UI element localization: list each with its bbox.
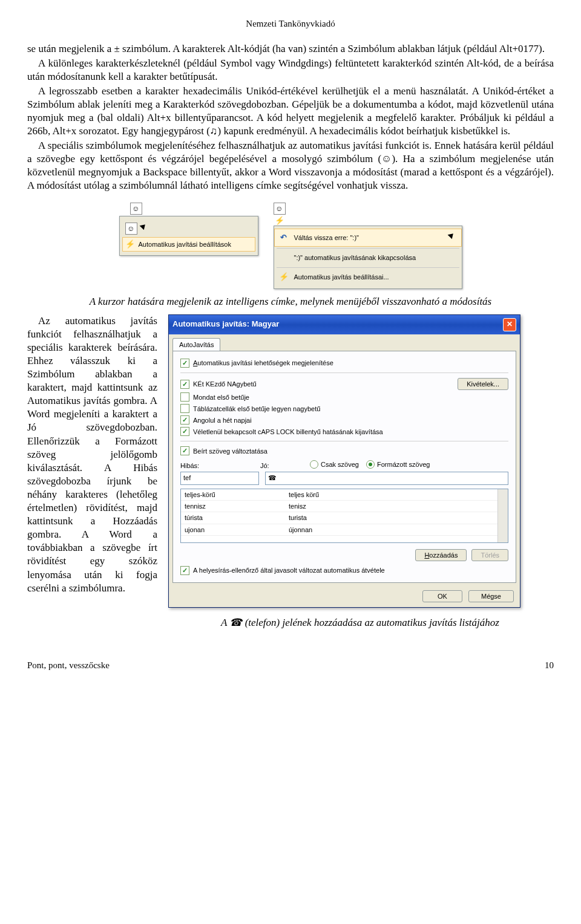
doc-header: Nemzeti Tankönyvkiadó [27, 18, 554, 30]
checkbox-label: Véletlenül bekapcsolt cAPS LOCK billenty… [193, 428, 383, 436]
paragraph-1: se után megjelenik a ± szimbólum. A kara… [27, 42, 554, 56]
lightning-icon: ⚡ [278, 273, 289, 282]
list-cell: túrista [181, 512, 285, 523]
undo-menu-item[interactable]: ↶ Váltás vissza erre: ":)" [274, 229, 462, 247]
radio-formatted[interactable]: Formázott szöveg [366, 459, 430, 470]
page-number: 10 [545, 660, 554, 672]
smarttag-panel-right: ↶ Váltás vissza erre: ":)" ":)" automati… [274, 226, 462, 288]
field-label-hibas: Hibás: [180, 461, 253, 470]
checkbox-label: Mondat első betűje [193, 393, 249, 402]
checkbox-icon [180, 427, 189, 436]
list-cell: teljes-körű [181, 489, 285, 500]
checkbox-icon [180, 446, 189, 455]
scrollbar[interactable] [497, 489, 508, 542]
checkbox-label: A helyesírás-ellenőrző által javasolt vá… [193, 566, 385, 574]
paragraph-3: A legrosszabb esetben a karakter hexadec… [27, 85, 554, 138]
checkbox-label: AAutomatikus javítási lehetőségek megjel… [193, 359, 333, 367]
exceptions-button[interactable]: Kivételek... [458, 378, 508, 390]
checkbox-icon [180, 392, 189, 402]
smarttag-figure: ☺ ☺ ⚡ Automatikus javítási beállítások ☺… [27, 201, 554, 289]
footer-left: Pont, pont, vesszőcske [27, 660, 110, 672]
checkbox-two-caps[interactable]: KÉt KEzdő NAgybetű Kivételek... [180, 377, 508, 391]
radio-label: Formázott szöveg [377, 460, 430, 469]
checkbox-icon [180, 404, 189, 413]
page-footer: Pont, pont, vesszőcske 10 [27, 660, 554, 672]
hibas-input[interactable]: tef [180, 472, 259, 485]
figure-caption-2: A ☎ (telefon) jelének hozzáadása az auto… [166, 616, 554, 630]
smiley-icon: ☺ [125, 223, 137, 235]
cursor-icon [141, 223, 149, 234]
smiley-icon: ☺ [274, 203, 286, 215]
jo-input[interactable]: ☎ [265, 472, 508, 485]
replace-listbox[interactable]: teljes-körűteljes körű tennisztenisz túr… [180, 489, 508, 543]
field-label-jo: Jó: [260, 461, 303, 470]
undo-icon: ↶ [278, 233, 289, 242]
checkbox-icon [180, 566, 189, 575]
list-cell: teljes körű [285, 489, 497, 500]
radio-text-only[interactable]: Csak szöveg [310, 459, 359, 470]
checkbox-capslock[interactable]: Véletlenül bekapcsolt cAPS LOCK billenty… [180, 426, 508, 437]
menu-label: Automatikus javítási beállítások [139, 240, 231, 249]
checkbox-show-options[interactable]: AAutomatikus javítási lehetőségek megjel… [180, 357, 508, 369]
checkbox-sentence-first[interactable]: Mondat első betűje [180, 391, 508, 403]
checkbox-replace-text[interactable]: Beírt szöveg változtatása [180, 445, 508, 457]
list-cell: turista [285, 512, 497, 523]
menu-label: ":)" automatikus javításának kikapcsolás… [294, 253, 416, 262]
disable-autocorrect-item[interactable]: ":)" automatikus javításának kikapcsolás… [274, 250, 462, 265]
checkbox-icon [180, 380, 189, 389]
menu-label: Automatikus javítás beállításai... [294, 273, 389, 281]
checkbox-label: Beírt szöveg változtatása [193, 447, 268, 455]
checkbox-weekdays[interactable]: Angolul a hét napjai [180, 414, 508, 426]
dialog-title: Automatikus javítás: Magyar [172, 319, 279, 330]
dialog-titlebar[interactable]: Automatikus javítás: Magyar ✕ [169, 315, 520, 334]
smiley-icon: ☺ [130, 203, 142, 215]
list-cell: újonnan [285, 524, 497, 535]
checkbox-spellcheck-auto[interactable]: A helyesírás-ellenőrző által javasolt vá… [180, 565, 508, 576]
cursor-icon [449, 232, 458, 243]
cancel-button[interactable]: Mégse [468, 590, 514, 602]
autocorrect-settings-item[interactable]: ⚡ Automatikus javítás beállításai... [274, 269, 462, 286]
tab-autojavitas[interactable]: AutoJavítás [172, 338, 220, 351]
autocorrect-dialog: Automatikus javítás: Magyar ✕ AutoJavítá… [168, 314, 520, 608]
checkbox-table-caps[interactable]: Táblázatcellák első betűje legyen nagybe… [180, 403, 508, 414]
paragraph-5: Az automatikus javítás funkciót felhaszn… [27, 314, 157, 595]
checkbox-icon [180, 415, 189, 425]
add-button[interactable]: HHozzáadásozzáadás [415, 549, 467, 561]
checkbox-icon [180, 359, 189, 368]
smarttag-panel-left: ☺ ⚡ Automatikus javítási beállítások [119, 216, 258, 256]
lightning-icon: ⚡ [125, 239, 135, 249]
lightning-icon: ⚡ [275, 216, 284, 226]
checkbox-label: Angolul a hét napjai [193, 416, 252, 425]
paragraph-4: A speciális szimbólumok megjelenítéséhez… [27, 139, 554, 192]
checkbox-label: KÉt KEzdő NAgybetű [193, 380, 257, 388]
radio-icon [366, 460, 375, 469]
delete-button: Törlés [471, 549, 508, 561]
radio-icon [310, 460, 318, 469]
radio-label: Csak szöveg [321, 460, 359, 469]
list-cell: tennisz [181, 501, 285, 512]
checkbox-label: Táblázatcellák első betűje legyen nagybe… [193, 405, 320, 413]
ok-button[interactable]: OK [422, 590, 462, 602]
paragraph-2: A különleges karakterkészleteknél (példá… [27, 57, 554, 83]
menu-label: Váltás vissza erre: ":)" [294, 233, 359, 242]
list-cell: tenisz [285, 501, 497, 512]
autocorrect-settings-item[interactable]: ⚡ Automatikus javítási beállítások [122, 237, 255, 252]
list-cell: ujonan [181, 524, 285, 535]
close-icon[interactable]: ✕ [503, 318, 516, 331]
figure-caption-1: A kurzor hatására megjelenik az intellig… [27, 295, 554, 308]
